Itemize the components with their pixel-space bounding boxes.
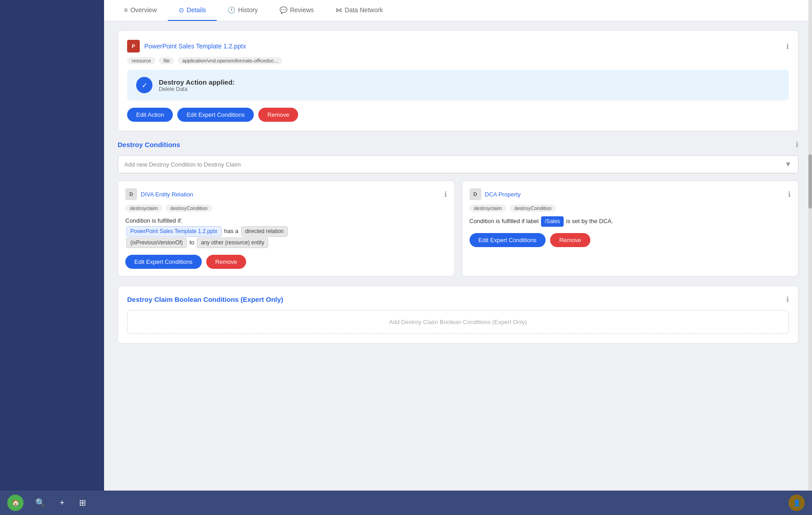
home-button[interactable]: 🏠 — [7, 495, 24, 511]
edit-expert-conditions-button-top[interactable]: Edit Expert Conditions — [177, 108, 254, 122]
boolean-conditions-section: Destroy Claim Boolean Conditions (Expert… — [118, 286, 798, 343]
tab-data-network[interactable]: ⋈ Data Network — [325, 0, 394, 21]
diva-condition-actions: Edit Expert Conditions Remove — [125, 255, 447, 269]
diva-condition-tags: destroyclaim destroyCondition — [125, 205, 447, 212]
relation-type-tag: (isPreviousVersionOf) — [126, 238, 187, 248]
destroy-action-icon: ✓ — [136, 77, 152, 93]
dca-condition-actions: Edit Expert Conditions Remove — [470, 233, 791, 247]
diva-info-icon[interactable]: ℹ — [444, 190, 447, 199]
reviews-icon: 💬 — [280, 6, 287, 14]
diva-edit-expert-button[interactable]: Edit Expert Conditions — [125, 255, 202, 269]
dca-condition-tags: destroyclaim destroyCondition — [470, 205, 791, 212]
to-text: to — [190, 239, 195, 246]
dca-tag-destroyclaim: destroyclaim — [470, 205, 507, 212]
diva-condition-icon: D — [125, 188, 137, 200]
dca-card-header: D DCA Property ℹ — [470, 188, 791, 200]
tab-overview[interactable]: ≡ Overview — [113, 0, 168, 21]
entity-tag: any other (resource) entity — [197, 238, 268, 248]
destroy-action-box: ✓ Destroy Action applied: Delete Data — [127, 70, 789, 100]
file-card-buttons: Edit Action Edit Expert Conditions Remov… — [127, 108, 789, 122]
powerpoint-icon: P — [127, 40, 140, 52]
grid-button[interactable]: ⊞ — [76, 495, 89, 510]
destroy-conditions-info-icon[interactable]: ℹ — [796, 140, 798, 149]
diva-file-tag: PowerPoint Sales Template 1.2.pptx — [126, 226, 222, 237]
avatar-icon: 👤 — [793, 499, 801, 506]
dca-label-value: /Sales — [541, 216, 563, 227]
boolean-add-placeholder: Add Destroy Claim Boolean Conditions (Ex… — [389, 319, 527, 325]
diva-tag-destroyclaim: destroyclaim — [125, 205, 162, 212]
destroy-action-subtitle: Delete Data — [159, 86, 235, 92]
bottom-toolbar: 🏠 🔍 + ⊞ 👤 — [0, 491, 812, 515]
grid-icon: ⊞ — [79, 498, 86, 508]
dca-edit-expert-button[interactable]: Edit Expert Conditions — [470, 233, 546, 247]
diva-condition-card: D DIVA Entity Relation ℹ destroyclaim de… — [118, 181, 455, 277]
overview-icon: ≡ — [124, 6, 128, 14]
boolean-conditions-title: Destroy Claim Boolean Conditions (Expert… — [127, 296, 283, 303]
dca-condition-text: Condition is fulfilled if label /Sales i… — [470, 216, 791, 227]
file-header: P PowerPoint Sales Template 1.2.pptx ℹ — [127, 40, 789, 52]
data-network-icon: ⋈ — [336, 6, 342, 14]
dropdown-placeholder: Add new Destroy Condition to Destroy Cla… — [124, 161, 241, 168]
add-destroy-condition-dropdown[interactable]: Add new Destroy Condition to Destroy Cla… — [118, 155, 798, 173]
file-info-icon[interactable]: ℹ — [786, 42, 789, 51]
tab-reviews-label: Reviews — [290, 6, 314, 14]
destroy-action-title: Destroy Action applied: — [159, 78, 235, 86]
dca-info-icon[interactable]: ℹ — [788, 190, 791, 199]
tab-details[interactable]: ⊙ Details — [168, 0, 217, 21]
diva-condition-text: Condition is fulfilled if: PowerPoint Sa… — [125, 216, 447, 248]
search-button[interactable]: 🔍 — [33, 495, 48, 510]
user-avatar[interactable]: 👤 — [788, 495, 805, 511]
condition-prefix: Condition is fulfilled if: — [125, 217, 182, 224]
search-icon: 🔍 — [35, 498, 45, 508]
tab-details-label: Details — [187, 6, 206, 14]
has-a-text: has a — [224, 228, 238, 234]
add-icon: + — [60, 498, 65, 508]
diva-card-header: D DIVA Entity Relation ℹ — [125, 188, 447, 200]
scrollbar-thumb[interactable] — [808, 154, 812, 209]
boolean-conditions-header: Destroy Claim Boolean Conditions (Expert… — [127, 295, 789, 304]
diva-condition-name: DIVA Entity Relation — [141, 191, 193, 198]
edit-action-button[interactable]: Edit Action — [127, 108, 173, 122]
scrollbar-track — [808, 0, 812, 515]
destroy-conditions-title: Destroy Conditions — [118, 141, 180, 148]
directed-relation-tag: directed relation — [241, 226, 288, 237]
dca-tag-destroycondition: destroyCondition — [510, 205, 556, 212]
home-icon: 🏠 — [12, 499, 19, 506]
boolean-conditions-info-icon[interactable]: ℹ — [786, 295, 789, 304]
dca-condition-card: D DCA Property ℹ destroyclaim destroyCon… — [462, 181, 799, 277]
diva-tag-destroycondition: destroyCondition — [166, 205, 212, 212]
remove-button-top[interactable]: Remove — [258, 108, 298, 122]
history-icon: 🕐 — [228, 6, 235, 14]
destroy-conditions-section: Destroy Conditions ℹ Add new Destroy Con… — [118, 140, 798, 277]
destroy-conditions-header: Destroy Conditions ℹ — [118, 140, 798, 149]
dca-condition-text-start: Condition is fulfilled if label — [470, 218, 539, 224]
dca-condition-text-end: is set by the DCA. — [566, 218, 613, 224]
file-card: P PowerPoint Sales Template 1.2.pptx ℹ r… — [118, 30, 798, 131]
tag-resource: resource — [127, 57, 156, 64]
top-nav: ≡ Overview ⊙ Details 🕐 History 💬 Reviews… — [104, 0, 812, 21]
boolean-add-area[interactable]: Add Destroy Claim Boolean Conditions (Ex… — [127, 310, 789, 334]
details-icon: ⊙ — [179, 6, 184, 14]
tag-file: file — [159, 57, 174, 64]
tab-overview-label: Overview — [130, 6, 157, 14]
conditions-grid: D DIVA Entity Relation ℹ destroyclaim de… — [118, 181, 798, 277]
dca-condition-name: DCA Property — [485, 191, 521, 198]
tag-mimetype: application/vnd.openxmiformats-officedoc… — [178, 57, 282, 64]
main-content: P PowerPoint Sales Template 1.2.pptx ℹ r… — [104, 21, 812, 491]
destroy-action-text: Destroy Action applied: Delete Data — [159, 78, 235, 92]
dca-buttons-row: Edit Expert Conditions Remove — [470, 233, 791, 247]
dca-condition-icon: D — [470, 188, 481, 200]
dca-remove-button[interactable]: Remove — [550, 233, 590, 247]
tab-data-network-label: Data Network — [345, 6, 383, 14]
tab-reviews[interactable]: 💬 Reviews — [269, 0, 325, 21]
tab-history[interactable]: 🕐 History — [217, 0, 269, 21]
tab-history-label: History — [238, 6, 258, 14]
dropdown-arrow-icon: ▼ — [784, 160, 792, 168]
file-name: PowerPoint Sales Template 1.2.pptx — [144, 43, 246, 50]
diva-remove-button[interactable]: Remove — [206, 255, 246, 269]
add-button[interactable]: + — [57, 496, 67, 510]
file-tags: resource file application/vnd.openxmifor… — [127, 57, 789, 64]
left-sidebar — [0, 0, 104, 515]
